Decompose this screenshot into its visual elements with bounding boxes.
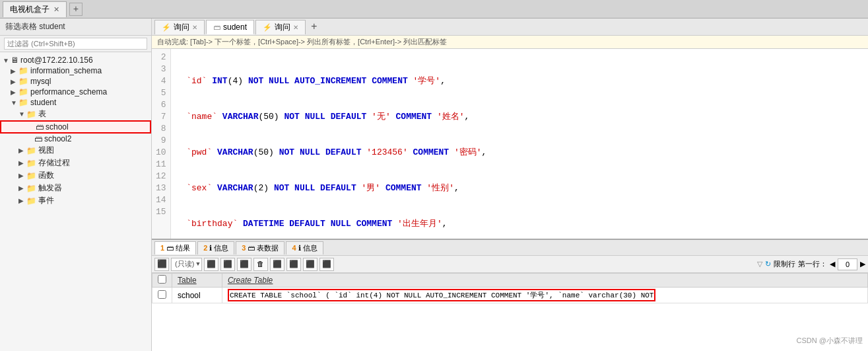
refresh-icon[interactable]: ↻: [765, 260, 771, 268]
expand-icon: ▼: [18, 110, 25, 118]
right-panel: ⚡ 询问 ✕ 🗃 sudent ⚡ 询问 ✕ + 自动完成: [Tab]-> 下…: [152, 19, 868, 351]
tree-node-information-schema[interactable]: ▶ 📁 information_schema: [0, 65, 151, 76]
toolbar-btn-7[interactable]: ⬛: [303, 258, 317, 271]
query-tab-3-close[interactable]: ✕: [293, 24, 298, 31]
nav-next[interactable]: ▶: [860, 260, 865, 268]
table-row: school CREATE TABLE `school` ( `id` int(…: [152, 288, 868, 303]
new-browser-tab-button[interactable]: +: [69, 3, 83, 16]
query-tab-1-close[interactable]: ✕: [192, 24, 197, 31]
tree-label: information_schema: [30, 66, 102, 75]
tree-node-events[interactable]: ▶ 📁 事件: [0, 194, 151, 207]
line-num-1: 2: [156, 52, 166, 63]
line-num-11: 12: [156, 171, 166, 182]
create-table-value: CREATE TABLE `school` ( `id` int(4) NOT …: [228, 289, 656, 301]
copy-icon: ⬛: [207, 260, 216, 268]
filter-right-icon: ▽: [757, 260, 762, 268]
query-tab-3[interactable]: ⚡ 询问 ✕: [255, 20, 306, 34]
results-tab-2-num: 2: [203, 244, 207, 252]
add-query-tab-button[interactable]: +: [307, 20, 321, 34]
query-tab-2[interactable]: 🗃 sudent: [206, 20, 254, 34]
sidebar: 筛选表格 student ▼ 🖥 root@172.22.10.156 ▶ 📁 …: [0, 19, 152, 351]
tree-label: student: [30, 98, 56, 107]
folder-icon: 📁: [18, 98, 28, 107]
line-num-14: 15: [156, 206, 166, 218]
results-tab-1-icon: 🗃: [166, 244, 174, 252]
toolbar-export-btn[interactable]: ⬛: [154, 258, 169, 271]
tree-node-views[interactable]: ▶ 📁 视图: [0, 144, 151, 157]
toolbar-btn-4[interactable]: 🗑: [253, 258, 268, 271]
server-icon: 🖥: [11, 56, 18, 65]
expand-icon: ▼: [3, 57, 9, 64]
tree-node-root[interactable]: ▼ 🖥 root@172.22.10.156: [0, 55, 151, 65]
results-table-area[interactable]: Table Create Table school CREATE TABLE `…: [152, 273, 868, 351]
folder-icon: 📁: [26, 110, 36, 119]
table-icon: ⬛: [322, 260, 331, 268]
table-name-cell: school: [172, 288, 222, 303]
toolbar-btn-1[interactable]: ⬛: [204, 258, 218, 271]
tree-node-functions[interactable]: ▶ 📁 函数: [0, 169, 151, 182]
results-tab-2-icon: ℹ: [209, 244, 212, 253]
export-icon: ⬛: [157, 259, 167, 269]
tree-node-tables[interactable]: ▼ 📁 表: [0, 108, 151, 120]
browser-tab[interactable]: 电视机盒子 ✕: [3, 1, 67, 17]
results-tab-1-num: 1: [160, 244, 164, 252]
folder-icon: 📁: [18, 87, 28, 97]
line-num-7: 8: [156, 123, 166, 135]
table-icon: 🗃: [213, 23, 220, 31]
browser-tab-label: 电视机盒子: [10, 4, 50, 15]
line-num-3: 4: [156, 75, 166, 87]
results-tab-2[interactable]: 2 ℹ 信息: [197, 241, 234, 254]
table-icon: 🗃: [34, 134, 42, 143]
toolbar-btn-8[interactable]: ⬛: [319, 258, 334, 271]
tree-node-student[interactable]: ▼ 📁 student: [0, 97, 151, 108]
toolbar-btn-3[interactable]: ⬛: [237, 258, 251, 271]
folder-icon: 📁: [26, 184, 36, 193]
browser-tab-close[interactable]: ✕: [53, 5, 59, 14]
tree-label: school2: [44, 134, 71, 143]
toolbar-right: ▽ ↻ 限制行 第一行： ◀ ▶: [757, 258, 865, 270]
results-tab-3[interactable]: 3 🗃 表数据: [236, 241, 284, 254]
query-tab-2-label: sudent: [223, 22, 247, 32]
code-line-4: `pwd` VARCHAR(50) NOT NULL DEFAULT '1234…: [176, 147, 863, 159]
list-icon: ⬛: [306, 260, 315, 268]
line-numbers: 2 3 4 5 6 7 8 9 10 11 12 13 14 15: [152, 49, 171, 239]
query-tab-1[interactable]: ⚡ 询问 ✕: [154, 20, 205, 34]
tree-node-mysql[interactable]: ▶ 📁 mysql: [0, 76, 151, 87]
toolbar-btn-6[interactable]: ⬛: [286, 258, 301, 271]
results-toolbar: ⬛ (只读) ▼ ⬛ ⬛ ⬛ 🗑 ⬛: [152, 256, 868, 273]
code-editor[interactable]: 2 3 4 5 6 7 8 9 10 11 12 13 14 15 `id` I…: [152, 49, 868, 239]
first-row-input[interactable]: [838, 258, 857, 270]
filter-input[interactable]: [4, 38, 147, 50]
tree-label: 触发器: [38, 182, 62, 194]
line-num-8: 9: [156, 135, 166, 147]
col-checkbox: [152, 274, 172, 288]
line-num-5: 6: [156, 99, 166, 111]
select-all-checkbox[interactable]: [158, 275, 166, 284]
sidebar-filter: [0, 36, 151, 52]
results-tab-1[interactable]: 1 🗃 结果: [154, 241, 196, 254]
tree-node-performance-schema[interactable]: ▶ 📁 performance_schema: [0, 87, 151, 97]
results-tab-3-label: 表数据: [257, 243, 279, 253]
toolbar-btn-5[interactable]: ⬛: [270, 258, 284, 271]
code-line-3: `name` VARCHAR(50) NOT NULL DEFAULT '无' …: [176, 111, 863, 123]
tree-node-procedures[interactable]: ▶ 📁 存储过程: [0, 157, 151, 169]
tree-label-school: school: [46, 122, 69, 132]
folder-icon: 📁: [26, 196, 36, 206]
results-tab-4[interactable]: 4 ℹ 信息: [286, 241, 323, 254]
watermark: CSDN @小森不讲理: [797, 336, 863, 346]
dropdown-arrow[interactable]: ▼: [196, 261, 199, 268]
tree-node-school[interactable]: 🗃 school: [0, 120, 151, 134]
code-content[interactable]: `id` INT(4) NOT NULL AUTO_INCREMENT COMM…: [171, 49, 868, 239]
limit-label: 限制行: [774, 259, 795, 269]
toolbar-btn-2[interactable]: ⬛: [220, 258, 235, 271]
query-tab-1-label: 询问: [174, 22, 189, 33]
tree-node-school2[interactable]: 🗃 school2: [0, 134, 151, 144]
folder-icon: 📁: [26, 146, 36, 155]
tree-label: performance_schema: [30, 87, 107, 97]
line-num-2: 3: [156, 63, 166, 75]
tree-node-triggers[interactable]: ▶ 📁 触发器: [0, 182, 151, 194]
nav-prev[interactable]: ◀: [830, 260, 835, 268]
filter-icon: ⬛: [273, 260, 282, 268]
row-checkbox[interactable]: [158, 290, 166, 299]
table-icon: 🗃: [36, 122, 44, 132]
